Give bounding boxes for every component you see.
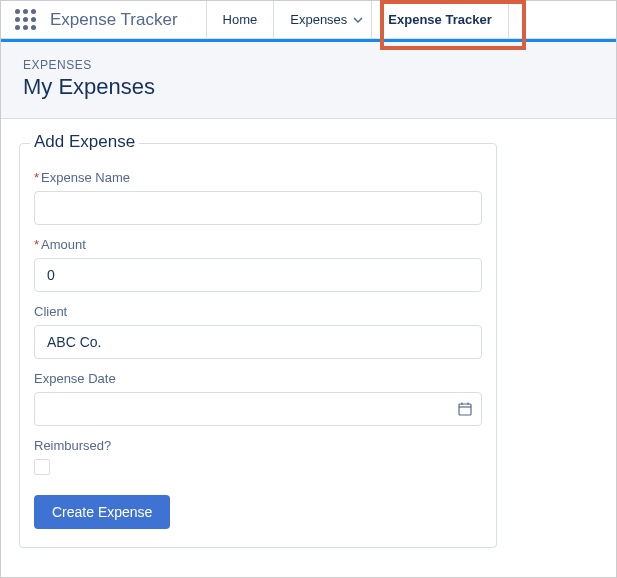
chevron-down-icon: [353, 15, 363, 25]
top-nav-bar: Expense Tracker Home Expenses Expense Tr…: [1, 1, 616, 39]
nav-tab-label: Expense Tracker: [388, 12, 491, 27]
form-legend: Add Expense: [30, 132, 139, 152]
reimbursed-label: Reimbursed?: [34, 438, 482, 453]
field-expense-date: Expense Date: [34, 371, 482, 426]
nav-tab-expense-tracker[interactable]: Expense Tracker: [371, 1, 508, 38]
svg-rect-0: [459, 404, 471, 415]
page-eyebrow: EXPENSES: [23, 58, 594, 72]
amount-label: *Amount: [34, 237, 482, 252]
required-indicator: *: [34, 170, 39, 185]
add-expense-form: Add Expense *Expense Name *Amount Client…: [19, 143, 497, 548]
amount-input[interactable]: [34, 258, 482, 292]
field-expense-name: *Expense Name: [34, 170, 482, 225]
nav-tab-label: Home: [223, 12, 258, 27]
nav-tab-expenses[interactable]: Expenses: [273, 1, 371, 38]
client-input[interactable]: [34, 325, 482, 359]
client-label: Client: [34, 304, 482, 319]
field-client: Client: [34, 304, 482, 359]
app-launcher-icon[interactable]: [15, 9, 36, 30]
required-indicator: *: [34, 237, 39, 252]
expense-name-label: *Expense Name: [34, 170, 482, 185]
expense-date-label: Expense Date: [34, 371, 482, 386]
reimbursed-checkbox[interactable]: [34, 459, 50, 475]
nav-tab-home[interactable]: Home: [206, 1, 274, 38]
nav-tabs: Home Expenses Expense Tracker: [206, 1, 509, 38]
page-title: My Expenses: [23, 74, 594, 100]
app-name: Expense Tracker: [50, 10, 178, 30]
field-amount: *Amount: [34, 237, 482, 292]
expense-date-input[interactable]: [34, 392, 482, 426]
expense-name-input[interactable]: [34, 191, 482, 225]
content-area: Add Expense *Expense Name *Amount Client…: [1, 119, 616, 572]
field-reimbursed: Reimbursed?: [34, 438, 482, 475]
calendar-icon[interactable]: [458, 402, 472, 416]
page-header: EXPENSES My Expenses: [1, 42, 616, 119]
nav-tab-label: Expenses: [290, 12, 347, 27]
create-expense-button[interactable]: Create Expense: [34, 495, 170, 529]
